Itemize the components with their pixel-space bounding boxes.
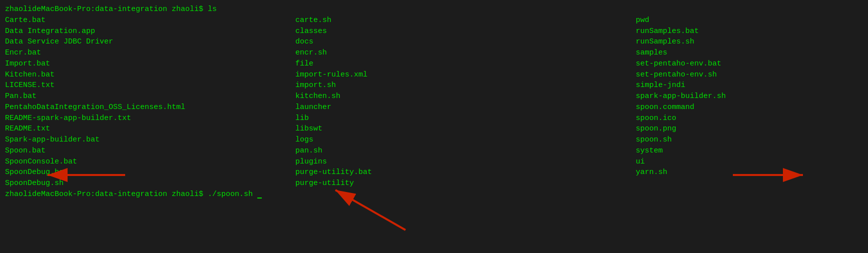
list-item: Carte.bat <box>5 15 295 26</box>
list-item: set-pentaho-env.sh <box>636 70 863 80</box>
list-item: LICENSE.txt <box>5 80 295 91</box>
list-item: spoon.png <box>636 124 863 134</box>
list-item: runSamples.bat <box>636 26 863 37</box>
list-item: PentahoDataIntegration_OSS_Licenses.html <box>5 102 295 113</box>
list-item: import-rules.xml <box>295 70 636 80</box>
list-item: samples <box>636 48 863 58</box>
list-item: import.sh <box>295 80 636 91</box>
prompt-line-ls: zhaolideMacBook-Pro:data-integration zha… <box>5 4 863 15</box>
svg-line-5 <box>335 190 405 230</box>
list-item: Spark-app-builder.bat <box>5 134 295 146</box>
list-item: docs <box>295 36 636 48</box>
list-item: pwd <box>636 15 863 26</box>
list-item: plugins <box>295 156 636 168</box>
list-item: lib <box>295 113 636 124</box>
list-item: Kitchen.bat <box>5 70 295 80</box>
list-item: Pan.bat <box>5 91 295 102</box>
terminal-window: zhaolideMacBook-Pro:data-integration zha… <box>0 0 868 253</box>
list-item: pan.sh <box>295 146 636 156</box>
list-item: spoon.sh <box>636 134 863 146</box>
list-item: system <box>636 146 863 156</box>
arrow-spoon-sh <box>728 165 868 185</box>
list-item: README.txt <box>5 124 295 134</box>
prompt-line-spoon: zhaolideMacBook-Pro:data-integration zha… <box>5 189 863 200</box>
list-item: Data Integration.app <box>5 26 295 37</box>
list-item: carte.sh <box>295 15 636 26</box>
list-item: README-spark-app-builder.txt <box>5 113 295 124</box>
list-item: file <box>295 58 636 70</box>
col2: carte.sh classes docs encr.sh file impor… <box>295 15 636 189</box>
list-item: logs <box>295 134 636 146</box>
list-item: libswt <box>295 124 636 134</box>
list-item: Import.bat <box>5 58 295 70</box>
arrow-purge-utility <box>270 180 420 235</box>
list-item: encr.sh <box>295 48 636 58</box>
list-item: kitchen.sh <box>295 91 636 102</box>
list-item: Encr.bat <box>5 48 295 58</box>
list-item: spoon.command <box>636 102 863 113</box>
arrow-spoon-bat <box>0 165 150 185</box>
list-item: spoon.ico <box>636 113 863 124</box>
list-item: classes <box>295 26 636 37</box>
list-item: Data Service JDBC Driver <box>5 36 295 48</box>
list-item: launcher <box>295 102 636 113</box>
col3: pwd runSamples.bat runSamples.sh samples… <box>636 15 863 189</box>
list-item: runSamples.sh <box>636 36 863 48</box>
file-listing: Carte.bat Data Integration.app Data Serv… <box>5 15 863 189</box>
col1: Carte.bat Data Integration.app Data Serv… <box>5 15 295 189</box>
list-item: set-pentaho-env.bat <box>636 58 863 70</box>
list-item: Spoon.bat <box>5 146 295 156</box>
list-item: purge-utility.bat <box>295 167 636 178</box>
list-item: spark-app-builder.sh <box>636 91 863 102</box>
list-item: simple-jndi <box>636 80 863 91</box>
